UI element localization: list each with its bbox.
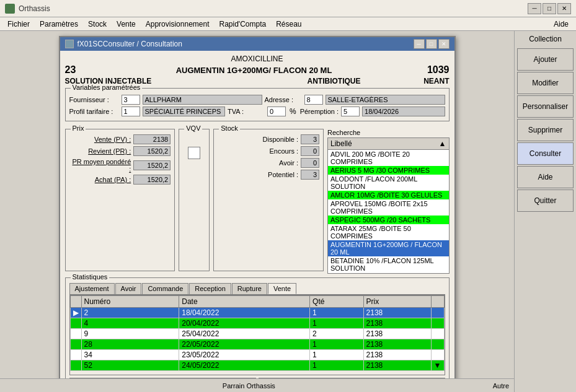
main-layout: fX01SCConsulter / Consultation ─ □ ✕ AMO… — [0, 31, 576, 392]
tab-vente[interactable]: Vente — [268, 283, 296, 294]
table-row[interactable]: 52 24/05/2022 1 2138 ▼ — [70, 360, 444, 371]
cell-num: 52 — [81, 360, 179, 371]
dialog-area: fX01SCConsulter / Consultation ─ □ ✕ AMO… — [0, 31, 514, 392]
tab-ajustement[interactable]: Ajustement — [69, 283, 115, 294]
encours-row: Encours : 0 — [218, 146, 319, 156]
menu-stock[interactable]: Stock — [83, 19, 112, 30]
row-indicator — [70, 318, 81, 329]
list-item[interactable]: AMLOR 10MG /BOITE 30 GELULES — [328, 191, 449, 199]
sidebar-btn-quitter[interactable]: Quitter — [517, 189, 574, 212]
list-item[interactable]: ALODONT /FLACON 200ML SOLUTION — [328, 175, 449, 191]
list-item[interactable]: APROVEL 150MG /BOITE 2x15 COMPRIMES — [328, 199, 449, 216]
dialog-maximize[interactable]: □ — [426, 39, 437, 49]
cell-prix: 2138 — [363, 339, 431, 350]
peremption-label: Péremption : — [300, 108, 339, 115]
menu-reseau[interactable]: Réseau — [271, 19, 306, 30]
avoir-value: 0 — [301, 158, 319, 168]
fournisseur-row: Fournisseur : 3 ALLPHARM Adresse : 8 SAL… — [69, 95, 445, 105]
menu-vente[interactable]: Vente — [112, 19, 141, 30]
cell-date: 18/04/2022 — [179, 308, 310, 318]
titlebar-controls: ─ □ ✕ — [528, 3, 571, 14]
profil-label: Profil tarifaire : — [69, 108, 119, 115]
disponible-label: Disponible : — [218, 136, 301, 143]
table-row[interactable]: ▶ 2 18/04/2022 1 2138 — [70, 308, 444, 318]
sidebar-btn-modifier[interactable]: Modifier — [517, 72, 574, 94]
stats-tabs: Ajustement Avoir Commande Reception Rupt… — [69, 283, 445, 295]
revient-value: 1520,2 — [133, 146, 171, 156]
cell-date: 20/04/2022 — [179, 318, 310, 329]
product-generic-name: AMOXICILLINE — [65, 54, 450, 63]
sidebar: Collection Ajouter Modifier Personnalise… — [514, 31, 576, 392]
menu-approvisionnement[interactable]: Approvisionnement — [141, 19, 215, 30]
dialog-close[interactable]: ✕ — [438, 39, 450, 49]
vqv-group: VQV — [179, 129, 210, 271]
cell-qte: 2 — [310, 329, 364, 339]
table-row[interactable]: 34 23/05/2022 1 2138 — [70, 350, 444, 360]
menu-fichier[interactable]: Fichier — [2, 19, 35, 30]
dialog-minimize[interactable]: ─ — [414, 39, 425, 49]
list-item[interactable]: BETADINE 10% /FLACON 125ML SOLUTION — [328, 256, 449, 272]
revient-row: Revient (PR) : 1520,2 — [69, 146, 171, 156]
vqv-checkbox[interactable] — [188, 147, 200, 159]
product-code: 1039 — [419, 64, 450, 76]
fournisseur-name[interactable]: ALLPHARM — [143, 95, 262, 105]
search-list[interactable]: Libellé ▲ ADVIL 200 MG /BOITE 20 COMPRIM… — [327, 137, 450, 274]
adresse-name[interactable]: SALLE-ETAGÈRES — [326, 95, 445, 105]
col-numero: Numéro — [81, 296, 179, 308]
sidebar-btn-consulter[interactable]: Consulter — [517, 142, 574, 165]
search-header: Libellé ▲ — [328, 138, 449, 150]
list-item[interactable]: BIOCALYPTOL /FLACON 200ML SIROP — [328, 272, 449, 274]
achat-label[interactable]: Achat (PA) : — [69, 176, 134, 183]
vente-row: Vente (PV) : 2138 — [69, 134, 171, 144]
peremption-date[interactable]: 18/04/2026 — [362, 107, 445, 116]
sidebar-title: Collection — [517, 33, 574, 45]
cell-num: 34 — [81, 350, 179, 360]
product-flag: NEANT — [423, 77, 449, 85]
col-qte: Qté — [310, 296, 364, 308]
sidebar-btn-aide[interactable]: Aide — [517, 166, 574, 188]
revient-label[interactable]: Revient (PR) : — [69, 147, 134, 155]
encours-label: Encours : — [218, 147, 301, 155]
profil-name[interactable]: SPÉCIALITÉ PRINCEPS — [143, 107, 225, 116]
potentiel-value: 3 — [301, 170, 319, 180]
stats-table-container[interactable]: Numéro Date Qté Prix ▶ 2 — [69, 295, 445, 375]
sidebar-btn-personnaliser[interactable]: Personnaliser — [517, 95, 574, 118]
table-row[interactable]: 9 25/04/2022 2 2138 — [70, 329, 444, 339]
cell-prix: 2138 — [363, 329, 431, 339]
menu-rapidcompta[interactable]: Rapid'Compta — [215, 19, 272, 30]
menu-parametres[interactable]: Paramètres — [35, 19, 83, 30]
list-item[interactable]: AERIUS 5 MG /30 COMPRIMES — [328, 166, 449, 175]
list-item[interactable]: ASPEGIC 500MG /20 SACHETS — [328, 216, 449, 224]
variables-group: Variables paramétrées Fournisseur : 3 AL… — [65, 88, 450, 121]
vqv-title: VQV — [184, 124, 202, 132]
list-item[interactable]: ATARAX 25MG /BOITE 50 COMPRIMES — [328, 224, 449, 240]
vente-label[interactable]: Vente (PV) : — [69, 136, 134, 143]
status-right: Autre — [493, 382, 509, 390]
table-row[interactable]: 28 22/05/2022 1 2138 — [70, 339, 444, 350]
sidebar-btn-ajouter[interactable]: Ajouter — [517, 48, 574, 71]
cell-qte: 1 — [310, 318, 364, 329]
tab-reception[interactable]: Reception — [189, 283, 231, 294]
close-button[interactable]: ✕ — [557, 3, 571, 14]
list-item[interactable]: AUGMENTIN 1G+200MG / FLACON 20 ML — [328, 240, 449, 256]
cell-qte: 1 — [310, 360, 364, 371]
scroll-up-icon[interactable]: ▲ — [439, 139, 446, 148]
cell-date: 25/04/2022 — [179, 329, 310, 339]
encours-value: 0 — [301, 146, 319, 156]
cell-num: 4 — [81, 318, 179, 329]
minimize-button[interactable]: ─ — [528, 3, 541, 14]
recherche-group: Recherche Libellé ▲ ADVIL 200 MG /BOITE … — [327, 129, 450, 274]
tab-avoir[interactable]: Avoir — [115, 283, 142, 294]
tab-commande[interactable]: Commande — [142, 283, 188, 294]
list-item[interactable]: ADVIL 200 MG /BOITE 20 COMPRIMES — [328, 150, 449, 166]
menu-aide[interactable]: Aide — [549, 19, 574, 30]
pr-moyen-label[interactable]: PR moyen pondéré : — [69, 158, 134, 173]
tab-rupture[interactable]: Rupture — [232, 283, 267, 294]
maximize-button[interactable]: □ — [543, 3, 556, 14]
recherche-title: Recherche — [327, 129, 450, 136]
table-row[interactable]: 4 20/04/2022 1 2138 — [70, 318, 444, 329]
sidebar-btn-supprimer[interactable]: Supprimer — [517, 119, 574, 141]
profil-row: Profil tarifaire : 1 SPÉCIALITÉ PRINCEPS… — [69, 107, 445, 116]
peremption-id: 5 — [341, 107, 360, 116]
tva-label: TVA : — [228, 108, 265, 115]
